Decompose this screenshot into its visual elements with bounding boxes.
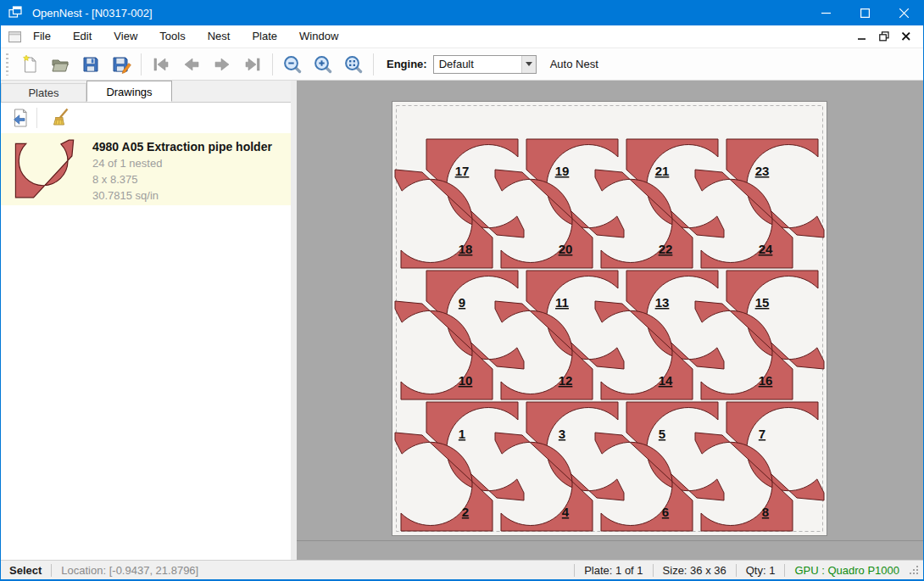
status-separator (736, 564, 737, 577)
mdi-minimize-button[interactable] (855, 30, 869, 43)
window-title: OpenNest - [N0317-002] (32, 7, 153, 20)
nest-canvas[interactable]: 171819202122232491011121314151612345678 (297, 81, 923, 560)
status-separator (653, 564, 654, 577)
part-shape (15, 140, 73, 198)
part-number-label: 20 (559, 242, 573, 256)
zoom-out-button[interactable] (277, 51, 308, 78)
menu-tools[interactable]: Tools (148, 25, 196, 47)
status-plate-size: Size: 36 x 36 (663, 564, 726, 577)
toolbar-separator (141, 53, 142, 75)
drawings-toolbar (1, 103, 291, 133)
app-window: OpenNest - [N0317-002] File Edit View To… (0, 0, 924, 581)
minimize-button[interactable] (806, 0, 845, 25)
mdi-restore-icon (879, 31, 889, 42)
menu-bar: File Edit View Tools Nest Plate Window (1, 25, 923, 48)
status-separator (51, 564, 52, 577)
engine-select[interactable]: Default (433, 55, 537, 74)
save-as-icon (111, 54, 131, 75)
part-number-label: 15 (755, 295, 770, 310)
resize-grip[interactable] (908, 564, 920, 576)
part-number-label: 18 (459, 242, 473, 256)
mdi-restore-button[interactable] (877, 30, 891, 43)
part-number-label: 1 (459, 427, 465, 441)
menu-view[interactable]: View (103, 25, 148, 47)
app-icon (8, 6, 22, 20)
clear-drawings-button[interactable] (47, 106, 73, 130)
part-number-label: 22 (659, 242, 673, 256)
status-bar: Select Location: [-0.9437, 21.8796] Plat… (1, 560, 923, 579)
menu-file[interactable]: File (22, 25, 62, 47)
sidebar-tabstrip: Plates Drawings (1, 81, 291, 103)
maximize-icon (860, 8, 870, 18)
status-plate-count: Plate: 1 of 1 (584, 564, 643, 577)
title-bar: OpenNest - [N0317-002] (1, 0, 923, 25)
panel-splitter[interactable] (291, 81, 297, 560)
plate: 171819202122232491011121314151612345678 (392, 101, 827, 536)
part-number-label: 8 (762, 505, 769, 519)
part-number-label: 14 (659, 373, 673, 388)
drawing-thumbnail (14, 139, 77, 200)
toolbar-separator (373, 53, 374, 75)
menu-edit[interactable]: Edit (62, 25, 103, 47)
part-number-label: 2 (462, 505, 469, 519)
menu-window[interactable]: Window (288, 25, 349, 47)
close-button[interactable] (884, 0, 923, 25)
first-plate-button[interactable] (146, 51, 176, 78)
tab-plates[interactable]: Plates (1, 83, 86, 102)
auto-nest-button[interactable]: Auto Nest (550, 58, 598, 70)
status-separator (784, 564, 785, 577)
part-number-label: 13 (655, 295, 670, 310)
part-number-label: 23 (755, 164, 770, 178)
toolbar-separator (272, 53, 273, 75)
status-gpu: GPU : Quadro P1000 (794, 564, 899, 577)
open-folder-icon (50, 54, 70, 75)
status-qty: Qty: 1 (746, 564, 776, 577)
save-icon (81, 54, 101, 75)
zoom-fit-button[interactable] (338, 51, 369, 78)
status-location: Location: [-0.9437, 21.8796] (61, 564, 198, 577)
part-number-label: 3 (559, 427, 565, 441)
engine-selected-value: Default (434, 56, 521, 73)
open-button[interactable] (45, 51, 75, 78)
part-number-label: 9 (459, 295, 465, 310)
last-plate-button[interactable] (237, 51, 268, 78)
tab-drawings[interactable]: Drawings (86, 81, 172, 102)
save-button[interactable] (75, 51, 106, 78)
part-number-label: 11 (555, 295, 569, 310)
part-number-label: 21 (655, 164, 670, 178)
resize-grip-icon (908, 564, 920, 576)
part-number-label: 12 (559, 373, 573, 388)
previous-arrow-icon (181, 54, 202, 75)
drawing-size: 8 x 8.375 (92, 171, 272, 187)
engine-dropdown-button[interactable] (521, 56, 536, 73)
maximize-button[interactable] (845, 0, 884, 25)
minimize-icon (821, 8, 831, 18)
menu-plate[interactable]: Plate (241, 25, 288, 47)
zoom-in-button[interactable] (308, 51, 338, 78)
part-number-label: 19 (555, 164, 570, 178)
part-number-label: 24 (759, 242, 773, 256)
previous-plate-button[interactable] (176, 51, 207, 78)
engine-label: Engine: (387, 58, 427, 70)
next-arrow-icon (212, 54, 232, 75)
part-number-label: 6 (662, 505, 669, 519)
close-icon (899, 8, 909, 18)
new-button[interactable] (14, 51, 45, 78)
broom-icon (50, 108, 70, 128)
mdi-close-icon (902, 32, 910, 41)
document-icon[interactable] (8, 30, 22, 44)
save-as-button[interactable] (106, 51, 136, 78)
import-drawing-button[interactable] (8, 106, 33, 130)
status-separator (574, 564, 575, 577)
drawing-nested-count: 24 of 1 nested (92, 155, 272, 171)
drawing-list-item[interactable]: 4980 A05 Extraction pipe holder 24 of 1 … (1, 133, 291, 205)
menu-nest[interactable]: Nest (197, 25, 242, 47)
toolbar-grip[interactable] (6, 53, 8, 75)
status-mode: Select (9, 564, 42, 577)
zoom-out-icon (282, 54, 303, 75)
part-number-label: 17 (455, 164, 470, 178)
mdi-close-button[interactable] (899, 30, 913, 43)
drawing-area: 30.7815 sq/in (92, 187, 272, 204)
zoom-in-icon (313, 54, 333, 75)
next-plate-button[interactable] (207, 51, 237, 78)
